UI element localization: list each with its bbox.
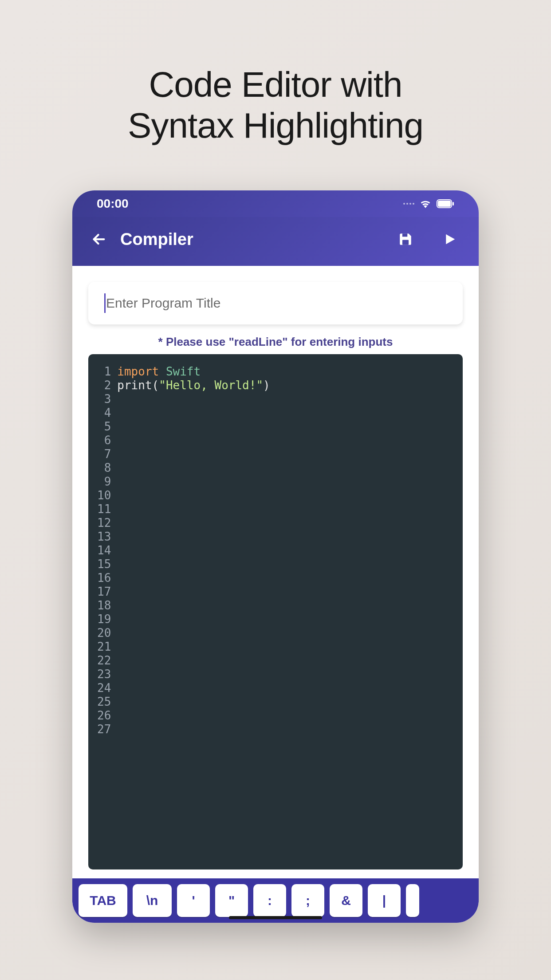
content-area: Enter Program Title * Please use "readLi… bbox=[72, 266, 479, 878]
code-line[interactable]: print("Hello, World!") bbox=[117, 379, 270, 392]
line-number: 5 bbox=[97, 420, 111, 434]
line-number: 26 bbox=[97, 709, 111, 723]
key-partial[interactable] bbox=[406, 884, 419, 917]
line-number: 1 bbox=[97, 365, 111, 379]
cellular-dots-icon bbox=[403, 203, 414, 205]
line-number: 9 bbox=[97, 475, 111, 489]
back-button[interactable] bbox=[90, 230, 108, 248]
wifi-icon bbox=[420, 199, 431, 208]
phone-frame: 00:00 Compiler bbox=[72, 190, 479, 923]
svg-marker-6 bbox=[446, 234, 455, 245]
nav-title: Compiler bbox=[120, 230, 193, 249]
line-number: 25 bbox=[97, 695, 111, 709]
key-sym3[interactable]: " bbox=[215, 884, 248, 917]
status-icons bbox=[403, 199, 454, 208]
home-indicator bbox=[229, 916, 322, 919]
line-number: 16 bbox=[97, 571, 111, 585]
code-line[interactable]: import Swift bbox=[117, 365, 270, 379]
run-button[interactable] bbox=[439, 228, 461, 250]
code-editor[interactable]: 1234567891011121314151617181920212223242… bbox=[88, 354, 463, 869]
arrow-left-icon bbox=[91, 232, 106, 247]
line-number: 27 bbox=[97, 723, 111, 736]
line-number: 21 bbox=[97, 640, 111, 654]
text-cursor bbox=[104, 293, 106, 313]
key-sym7[interactable]: | bbox=[368, 884, 401, 917]
svg-rect-4 bbox=[402, 233, 407, 237]
key-newline[interactable]: \n bbox=[133, 884, 172, 917]
line-number: 7 bbox=[97, 447, 111, 461]
nav-bar: Compiler bbox=[72, 217, 479, 266]
line-number: 8 bbox=[97, 461, 111, 475]
svg-rect-2 bbox=[453, 202, 454, 205]
key-sym6[interactable]: & bbox=[330, 884, 362, 917]
line-number: 10 bbox=[97, 489, 111, 502]
line-number: 20 bbox=[97, 626, 111, 640]
line-number: 22 bbox=[97, 654, 111, 668]
line-number: 13 bbox=[97, 530, 111, 544]
status-bar: 00:00 bbox=[72, 190, 479, 217]
marketing-title: Code Editor with Syntax Highlighting bbox=[128, 64, 423, 146]
line-number: 6 bbox=[97, 434, 111, 447]
line-number: 18 bbox=[97, 599, 111, 612]
title-placeholder: Enter Program Title bbox=[106, 296, 220, 311]
line-number: 12 bbox=[97, 516, 111, 530]
line-number: 24 bbox=[97, 681, 111, 695]
program-title-input[interactable]: Enter Program Title bbox=[88, 282, 463, 324]
line-number: 2 bbox=[97, 379, 111, 392]
line-number: 3 bbox=[97, 392, 111, 406]
line-number: 14 bbox=[97, 544, 111, 557]
line-number-gutter: 1234567891011121314151617181920212223242… bbox=[97, 365, 117, 859]
play-icon bbox=[443, 233, 457, 246]
key-TAB[interactable]: TAB bbox=[79, 884, 127, 917]
key-sym2[interactable]: ' bbox=[177, 884, 210, 917]
line-number: 15 bbox=[97, 557, 111, 571]
status-time: 00:00 bbox=[97, 197, 129, 211]
line-number: 17 bbox=[97, 585, 111, 599]
svg-rect-5 bbox=[402, 240, 409, 245]
key-sym4[interactable]: : bbox=[253, 884, 286, 917]
marketing-title-line1: Code Editor with bbox=[128, 64, 423, 105]
save-button[interactable] bbox=[394, 228, 417, 250]
line-number: 19 bbox=[97, 612, 111, 626]
line-number: 4 bbox=[97, 406, 111, 420]
marketing-title-line2: Syntax Highlighting bbox=[128, 105, 423, 146]
save-icon bbox=[398, 232, 413, 247]
code-area[interactable]: import Swiftprint("Hello, World!") bbox=[117, 365, 270, 859]
line-number: 23 bbox=[97, 668, 111, 681]
svg-rect-1 bbox=[438, 201, 451, 207]
battery-icon bbox=[437, 199, 454, 208]
key-sym5[interactable]: ; bbox=[291, 884, 324, 917]
line-number: 11 bbox=[97, 502, 111, 516]
input-hint: * Please use "readLine" for entering inp… bbox=[88, 335, 463, 349]
